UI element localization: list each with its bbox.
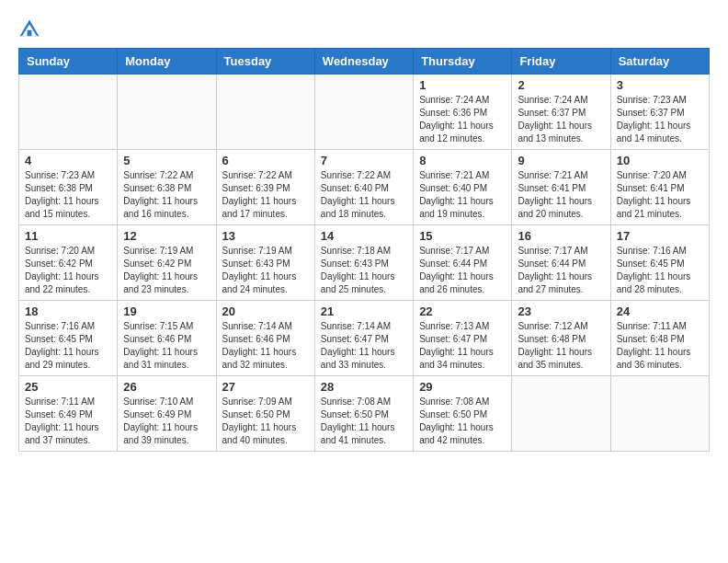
day-number: 22 <box>419 304 506 318</box>
column-header-friday: Friday <box>512 49 610 75</box>
day-info: Sunrise: 7:17 AM Sunset: 6:44 PM Dayligh… <box>419 245 506 296</box>
day-number: 4 <box>25 154 111 167</box>
day-number: 12 <box>123 229 210 243</box>
day-info: Sunrise: 7:22 AM Sunset: 6:39 PM Dayligh… <box>222 169 309 221</box>
calendar-cell: 10Sunrise: 7:20 AM Sunset: 6:41 PM Dayli… <box>610 150 709 225</box>
calendar-cell: 28Sunrise: 7:08 AM Sunset: 6:50 PM Dayli… <box>314 376 413 452</box>
day-number: 14 <box>321 229 407 243</box>
day-info: Sunrise: 7:17 AM Sunset: 6:44 PM Dayligh… <box>518 245 604 296</box>
calendar-header-row: SundayMondayTuesdayWednesdayThursdayFrid… <box>19 49 710 75</box>
day-info: Sunrise: 7:16 AM Sunset: 6:45 PM Dayligh… <box>617 245 703 296</box>
calendar-cell <box>216 75 314 150</box>
calendar-week-row: 11Sunrise: 7:20 AM Sunset: 6:42 PM Dayli… <box>19 225 710 301</box>
calendar-cell <box>512 376 610 452</box>
calendar-cell: 25Sunrise: 7:11 AM Sunset: 6:49 PM Dayli… <box>19 376 118 452</box>
column-header-wednesday: Wednesday <box>314 49 413 75</box>
day-number: 8 <box>419 154 506 167</box>
calendar-cell <box>19 75 118 150</box>
day-info: Sunrise: 7:19 AM Sunset: 6:43 PM Dayligh… <box>222 245 309 296</box>
calendar-cell: 7Sunrise: 7:22 AM Sunset: 6:40 PM Daylig… <box>314 150 413 225</box>
column-header-tuesday: Tuesday <box>216 49 314 75</box>
day-info: Sunrise: 7:21 AM Sunset: 6:40 PM Dayligh… <box>419 169 506 221</box>
day-number: 24 <box>617 304 703 318</box>
calendar-cell <box>118 75 216 150</box>
day-info: Sunrise: 7:08 AM Sunset: 6:50 PM Dayligh… <box>419 396 506 447</box>
day-info: Sunrise: 7:20 AM Sunset: 6:42 PM Dayligh… <box>25 245 111 296</box>
calendar-cell: 18Sunrise: 7:16 AM Sunset: 6:45 PM Dayli… <box>19 301 118 376</box>
day-number: 20 <box>222 304 309 318</box>
calendar-cell: 20Sunrise: 7:14 AM Sunset: 6:46 PM Dayli… <box>216 301 314 376</box>
calendar-cell: 27Sunrise: 7:09 AM Sunset: 6:50 PM Dayli… <box>216 376 314 452</box>
calendar-cell: 24Sunrise: 7:11 AM Sunset: 6:48 PM Dayli… <box>610 301 709 376</box>
day-number: 21 <box>321 304 407 318</box>
day-number: 27 <box>222 380 309 394</box>
logo-icon <box>18 18 40 40</box>
calendar-week-row: 4Sunrise: 7:23 AM Sunset: 6:38 PM Daylig… <box>19 150 710 225</box>
day-number: 5 <box>123 154 210 167</box>
day-info: Sunrise: 7:19 AM Sunset: 6:42 PM Dayligh… <box>123 245 210 296</box>
day-number: 29 <box>419 380 506 394</box>
calendar-cell <box>610 376 709 452</box>
day-info: Sunrise: 7:11 AM Sunset: 6:48 PM Dayligh… <box>617 320 703 372</box>
day-number: 18 <box>25 304 111 318</box>
day-info: Sunrise: 7:09 AM Sunset: 6:50 PM Dayligh… <box>222 396 309 447</box>
day-info: Sunrise: 7:22 AM Sunset: 6:38 PM Dayligh… <box>123 169 210 221</box>
calendar-cell: 4Sunrise: 7:23 AM Sunset: 6:38 PM Daylig… <box>19 150 118 225</box>
column-header-thursday: Thursday <box>414 49 512 75</box>
calendar-cell: 26Sunrise: 7:10 AM Sunset: 6:49 PM Dayli… <box>118 376 216 452</box>
day-number: 1 <box>419 78 506 92</box>
day-info: Sunrise: 7:23 AM Sunset: 6:37 PM Dayligh… <box>617 94 703 145</box>
day-info: Sunrise: 7:23 AM Sunset: 6:38 PM Dayligh… <box>25 169 111 221</box>
calendar-cell: 1Sunrise: 7:24 AM Sunset: 6:36 PM Daylig… <box>414 75 512 150</box>
page-header <box>18 18 710 40</box>
calendar-cell <box>314 75 413 150</box>
calendar-cell: 16Sunrise: 7:17 AM Sunset: 6:44 PM Dayli… <box>512 225 610 301</box>
calendar-cell: 12Sunrise: 7:19 AM Sunset: 6:42 PM Dayli… <box>118 225 216 301</box>
day-number: 10 <box>617 154 703 167</box>
calendar-cell: 19Sunrise: 7:15 AM Sunset: 6:46 PM Dayli… <box>118 301 216 376</box>
day-info: Sunrise: 7:08 AM Sunset: 6:50 PM Dayligh… <box>321 396 407 447</box>
day-number: 3 <box>617 78 703 92</box>
calendar-table: SundayMondayTuesdayWednesdayThursdayFrid… <box>18 48 710 452</box>
day-number: 17 <box>617 229 703 243</box>
day-info: Sunrise: 7:20 AM Sunset: 6:41 PM Dayligh… <box>617 169 703 221</box>
calendar-cell: 21Sunrise: 7:14 AM Sunset: 6:47 PM Dayli… <box>314 301 413 376</box>
column-header-sunday: Sunday <box>19 49 118 75</box>
calendar-cell: 15Sunrise: 7:17 AM Sunset: 6:44 PM Dayli… <box>414 225 512 301</box>
day-number: 2 <box>518 78 604 92</box>
day-number: 23 <box>518 304 604 318</box>
day-info: Sunrise: 7:14 AM Sunset: 6:47 PM Dayligh… <box>321 320 407 372</box>
calendar-cell: 9Sunrise: 7:21 AM Sunset: 6:41 PM Daylig… <box>512 150 610 225</box>
day-info: Sunrise: 7:11 AM Sunset: 6:49 PM Dayligh… <box>25 396 111 447</box>
column-header-monday: Monday <box>118 49 216 75</box>
calendar-cell: 8Sunrise: 7:21 AM Sunset: 6:40 PM Daylig… <box>414 150 512 225</box>
day-info: Sunrise: 7:13 AM Sunset: 6:47 PM Dayligh… <box>419 320 506 372</box>
calendar-week-row: 18Sunrise: 7:16 AM Sunset: 6:45 PM Dayli… <box>19 301 710 376</box>
calendar-cell: 3Sunrise: 7:23 AM Sunset: 6:37 PM Daylig… <box>610 75 709 150</box>
day-info: Sunrise: 7:21 AM Sunset: 6:41 PM Dayligh… <box>518 169 604 221</box>
calendar-cell: 2Sunrise: 7:24 AM Sunset: 6:37 PM Daylig… <box>512 75 610 150</box>
day-number: 7 <box>321 154 407 167</box>
day-info: Sunrise: 7:24 AM Sunset: 6:36 PM Dayligh… <box>419 94 506 145</box>
day-number: 25 <box>25 380 111 394</box>
day-info: Sunrise: 7:18 AM Sunset: 6:43 PM Dayligh… <box>321 245 407 296</box>
day-info: Sunrise: 7:14 AM Sunset: 6:46 PM Dayligh… <box>222 320 309 372</box>
calendar-cell: 6Sunrise: 7:22 AM Sunset: 6:39 PM Daylig… <box>216 150 314 225</box>
day-number: 16 <box>518 229 604 243</box>
column-header-saturday: Saturday <box>610 49 709 75</box>
calendar-cell: 22Sunrise: 7:13 AM Sunset: 6:47 PM Dayli… <box>414 301 512 376</box>
calendar-cell: 23Sunrise: 7:12 AM Sunset: 6:48 PM Dayli… <box>512 301 610 376</box>
day-info: Sunrise: 7:16 AM Sunset: 6:45 PM Dayligh… <box>25 320 111 372</box>
calendar-cell: 14Sunrise: 7:18 AM Sunset: 6:43 PM Dayli… <box>314 225 413 301</box>
logo <box>18 18 44 40</box>
day-info: Sunrise: 7:10 AM Sunset: 6:49 PM Dayligh… <box>123 396 210 447</box>
day-info: Sunrise: 7:22 AM Sunset: 6:40 PM Dayligh… <box>321 169 407 221</box>
calendar-cell: 5Sunrise: 7:22 AM Sunset: 6:38 PM Daylig… <box>118 150 216 225</box>
calendar-cell: 17Sunrise: 7:16 AM Sunset: 6:45 PM Dayli… <box>610 225 709 301</box>
day-number: 15 <box>419 229 506 243</box>
day-number: 6 <box>222 154 309 167</box>
day-info: Sunrise: 7:12 AM Sunset: 6:48 PM Dayligh… <box>518 320 604 372</box>
day-number: 28 <box>321 380 407 394</box>
calendar-week-row: 25Sunrise: 7:11 AM Sunset: 6:49 PM Dayli… <box>19 376 710 452</box>
calendar-cell: 29Sunrise: 7:08 AM Sunset: 6:50 PM Dayli… <box>414 376 512 452</box>
